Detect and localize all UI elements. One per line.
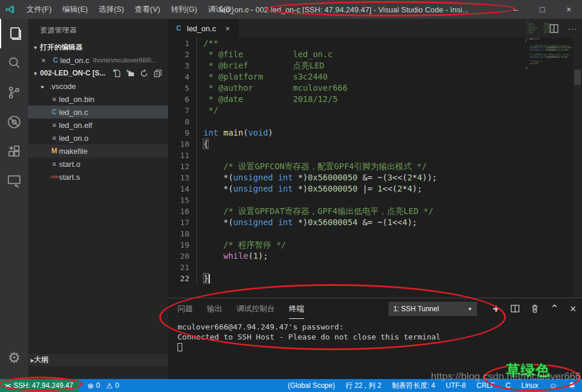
tab-close-icon[interactable]: × <box>225 24 230 33</box>
os-indicator[interactable]: Linux <box>521 381 538 390</box>
panel-tab-问题[interactable]: 问题 <box>177 298 193 319</box>
explorer-icon[interactable] <box>0 19 28 48</box>
menu-编辑E[interactable]: 编辑(E) <box>57 0 93 19</box>
outline-section[interactable]: ▸ 大纲 <box>28 353 168 366</box>
code-line-13: 13 *(unsigned int *)0x56000050 &= ~(3<<(… <box>168 172 582 183</box>
menu-转到G[interactable]: 转到(G) <box>166 0 203 19</box>
asm-file-icon: ASM <box>50 175 59 179</box>
close-button[interactable]: × <box>555 0 582 19</box>
code-line-8: 8 <box>168 116 582 127</box>
file-led_on.elf[interactable]: ≡led_on.elf <box>28 118 168 131</box>
code-line-2: 2 * @file led_on.c <box>168 49 582 60</box>
code-editor[interactable]: 1/**2 * @file led_on.c3 * @brief 点亮LED4 … <box>168 38 582 298</box>
problems-status[interactable]: ⊗ 0 ⚠ 0 <box>87 381 119 390</box>
code-line-4: 4 * @platform s3c2440 <box>168 71 582 83</box>
code-line-14: 14 *(unsigned int *)0x56000050 |= 1<<(2*… <box>168 183 582 195</box>
code-line-16: 16 /* 设置GPFDAT寄存器，GPF4输出低电平，点亮LED */ <box>168 206 582 217</box>
split-terminal-icon[interactable] <box>511 304 519 313</box>
language-mode[interactable]: C <box>505 381 511 390</box>
eol[interactable]: CRLF <box>476 381 495 390</box>
terminal[interactable]: mculover666@47.94.249.47's password:Conn… <box>168 319 582 353</box>
minimize-button[interactable]: – <box>502 0 529 19</box>
code-line-22: 22} <box>168 273 582 284</box>
code-line-11: 11 <box>168 150 582 161</box>
menu-查看V[interactable]: 查看(V) <box>129 0 165 19</box>
search-icon[interactable] <box>0 48 28 78</box>
c-file-icon: C <box>51 56 60 64</box>
open-editor-path: \home\mculover666\... <box>93 57 157 64</box>
panel-tab-调试控制台[interactable]: 调试控制台 <box>236 298 275 319</box>
editor-group: C led_on.c × ··· 1/**2 * @file led_on.c3… <box>168 19 582 379</box>
chevron-down-icon: ▾ <box>31 70 40 77</box>
remote-status[interactable]: >< SSH: 47.94.249.47 <box>0 379 79 392</box>
refresh-icon[interactable] <box>140 69 149 78</box>
new-terminal-icon[interactable]: + <box>493 303 500 315</box>
code-line-17: *(unsigned int *)0x56000054 &= ~(1<<4); <box>524 56 573 58</box>
debug-icon[interactable] <box>0 107 28 137</box>
file-makefile[interactable]: Mmakefile <box>28 144 168 157</box>
code-line-10: 10{ <box>168 139 582 150</box>
trash-icon[interactable] <box>531 304 539 313</box>
open-editor-led-on-c[interactable]: × C led_on.c \home\mculover666\... <box>28 54 168 67</box>
code-line-17: 17 *(unsigned int *)0x56000054 &= ~(1<<4… <box>168 217 582 228</box>
tab-size[interactable]: 制表符长度: 4 <box>392 381 435 391</box>
terminal-cursor <box>177 343 182 351</box>
new-folder-icon[interactable] <box>126 69 135 78</box>
maximize-button[interactable]: □ <box>529 0 555 19</box>
title-bar: 文件(F)编辑(E)选择(S)查看(V)转到(G)调试(D)··· led_on… <box>0 0 582 19</box>
code-line-1: 1/** <box>168 38 582 49</box>
close-icon[interactable]: × <box>41 56 51 65</box>
file-start.o[interactable]: ≡start.o <box>28 157 168 170</box>
source-control-icon[interactable] <box>0 78 28 107</box>
menu-选择S[interactable]: 选择(S) <box>93 0 129 19</box>
watermark: https://blog.csdn.net/mculover666 <box>431 371 581 383</box>
code-line-22: } <box>524 67 573 70</box>
menu-调试D[interactable]: 调试(D) <box>202 0 239 19</box>
cursor-position[interactable]: 行 22 , 列 2 <box>346 381 382 391</box>
file-led_on.bin[interactable]: ≡led_on.bin <box>28 93 168 106</box>
code-line-9: 9int main(void) <box>168 127 582 139</box>
code-line-20: 20 while(1); <box>168 251 582 262</box>
scope-status: (Global Scope) <box>288 381 335 390</box>
tab-bar: C led_on.c × ··· <box>168 19 582 38</box>
file-tree: ▸.vscode≡led_on.binCled_on.c≡led_on.elf≡… <box>28 80 168 183</box>
code-line-6: 6 * @date 2018/12/5 <box>168 94 582 105</box>
code-line-21: 21 <box>168 262 582 273</box>
maximize-panel-icon[interactable]: ⌃ <box>550 304 558 314</box>
editor-scrollbar-thumb[interactable] <box>574 70 581 85</box>
close-panel-icon[interactable]: × <box>570 304 576 314</box>
menu-文件F[interactable]: 文件(F) <box>21 0 57 19</box>
chevron-down-icon: ▾ <box>31 44 40 51</box>
binary-file-icon: ≡ <box>50 95 59 103</box>
file-led_on.o[interactable]: ≡led_on.o <box>28 131 168 144</box>
menu-bar: 文件(F)编辑(E)选择(S)查看(V)转到(G)调试(D)··· <box>21 0 257 19</box>
code-line-7: 7 */ <box>168 105 582 116</box>
tab-led-on-c[interactable]: C led_on.c × <box>168 19 239 38</box>
terminal-select[interactable]: 1: SSH Tunnel ▼ <box>389 302 477 316</box>
tab-label: led_on.c <box>187 24 216 33</box>
new-file-icon[interactable] <box>113 69 121 78</box>
open-editors-section[interactable]: ▾ 打开的编辑器 <box>28 41 168 54</box>
panel-tab-终端[interactable]: 终端 <box>289 298 304 319</box>
encoding[interactable]: UTF-8 <box>446 381 466 390</box>
file-.vscode[interactable]: ▸.vscode <box>28 80 168 93</box>
code-line-3: 3 * @brief 点亮LED <box>168 60 582 71</box>
extensions-icon[interactable] <box>0 137 28 166</box>
file-start.s[interactable]: ASMstart.s <box>28 170 168 183</box>
code-line-5: 5 * @author mculover666 <box>168 83 582 94</box>
settings-gear-icon[interactable]: ⚙ <box>0 347 28 368</box>
makefile-icon: M <box>50 147 59 155</box>
panel-tab-输出[interactable]: 输出 <box>207 298 222 319</box>
remote-explorer-icon[interactable] <box>0 166 28 196</box>
c-file-icon: C <box>50 108 59 116</box>
menu-···[interactable]: ··· <box>239 0 257 19</box>
project-section[interactable]: ▾ 002-LED_ON-C [S... <box>28 67 168 80</box>
error-icon: ⊗ <box>87 381 94 390</box>
chevron-down-icon: ▼ <box>468 307 472 312</box>
minimap[interactable]: /** * @file led_on.c * @brief 点亮LED * @p… <box>524 20 573 126</box>
terminal-line: mculover666@47.94.249.47's password: <box>177 322 582 332</box>
collapse-all-icon[interactable] <box>153 69 162 78</box>
binary-file-icon: ≡ <box>50 134 59 141</box>
file-led_on.c[interactable]: Cled_on.c <box>28 106 168 118</box>
sidebar-title: 资源管理器 <box>28 19 168 41</box>
